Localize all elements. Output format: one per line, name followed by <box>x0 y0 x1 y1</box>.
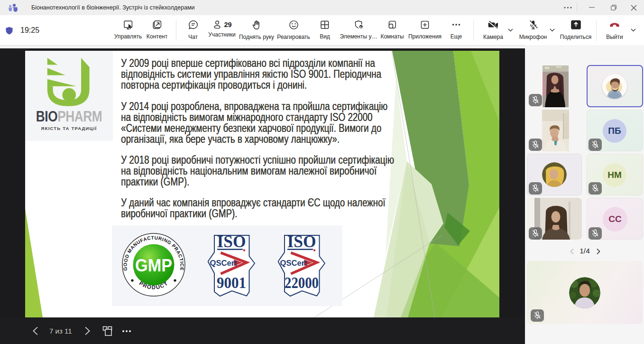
svg-text:9001: 9001 <box>217 273 246 291</box>
svg-text:GMP: GMP <box>135 256 172 275</box>
svg-text:ISO: ISO <box>287 234 316 251</box>
svg-text:22000: 22000 <box>285 274 319 291</box>
svg-text:QSCert: QSCert <box>280 258 307 267</box>
svg-text:QSCert: QSCert <box>210 258 237 267</box>
svg-text:ISO: ISO <box>217 234 246 251</box>
